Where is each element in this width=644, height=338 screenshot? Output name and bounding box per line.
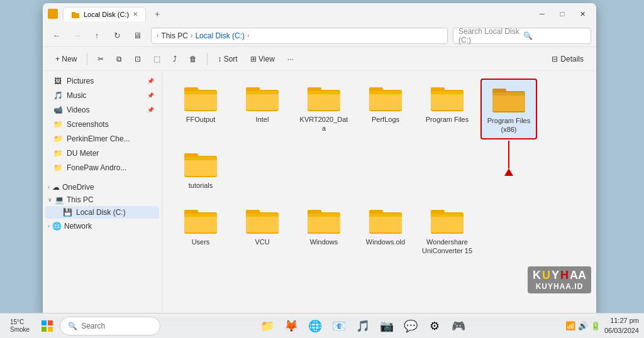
folder-icon: 📁	[53, 119, 63, 129]
sidebar-item-label: PerkinElmer Che...	[67, 134, 130, 143]
tab-close-btn[interactable]: ✕	[133, 11, 138, 18]
svg-rect-7	[184, 91, 217, 94]
sidebar-item-fonepaw[interactable]: 📁 FonePaw Andro...	[45, 161, 159, 175]
folder-icon	[491, 84, 526, 114]
file-item-kvrt[interactable]: KVRT2020_Data	[296, 79, 352, 139]
maximize-btn[interactable]: □	[553, 5, 571, 23]
svg-rect-19	[369, 91, 402, 94]
start-button[interactable]	[37, 316, 57, 336]
copy-btn[interactable]: ⧉	[111, 50, 127, 68]
add-tab-btn[interactable]: +	[151, 8, 164, 20]
view-btn[interactable]: ⊞ View	[245, 50, 280, 68]
sort-btn[interactable]: ↕ Sort	[213, 50, 242, 68]
sidebar-item-du-meter[interactable]: 📁 DU Meter	[45, 146, 159, 160]
file-item-perflogs[interactable]: PerfLogs	[357, 79, 414, 139]
chevron-right-icon: ›	[48, 184, 50, 190]
taskbar-search[interactable]: 🔍 Search	[60, 317, 160, 335]
file-row-2: Users VCU	[172, 201, 586, 259]
file-label: KVRT2020_Data	[298, 115, 350, 133]
new-btn[interactable]: + New	[50, 50, 82, 68]
svg-rect-1	[49, 11, 53, 13]
file-explorer-window: Local Disk (C:) ✕ + ─ □ ✕ ← → ↑ ↻ 🖥 › Th…	[43, 3, 596, 317]
close-btn[interactable]: ✕	[574, 5, 591, 23]
delete-btn[interactable]: 🗑	[184, 50, 202, 68]
sidebar-item-screenshots[interactable]: 📁 Screenshots	[45, 117, 159, 131]
clock-time: 11:27 pm	[604, 316, 639, 325]
minimize-btn[interactable]: ─	[533, 5, 551, 23]
battery-icon[interactable]: 🔋	[591, 321, 601, 330]
taskbar-app-1[interactable]: 🦊	[280, 315, 303, 337]
rename-btn[interactable]: ⬚	[148, 50, 165, 68]
window-tab[interactable]: Local Disk (C:) ✕	[63, 7, 146, 21]
folder-icon	[306, 205, 341, 235]
taskbar-app-6[interactable]: 💬	[399, 315, 422, 337]
more-btn[interactable]: ···	[282, 50, 299, 68]
folder-icon	[430, 205, 465, 235]
file-item-ffoutput[interactable]: FFOutput	[172, 79, 229, 139]
file-item-wondershare[interactable]: WondershareUniConverter 15	[419, 201, 475, 259]
breadcrumb-this-pc[interactable]: This PC	[161, 31, 188, 40]
folder-icon	[183, 148, 218, 178]
pin-icon: 📌	[147, 107, 154, 113]
wm-letter-k: K	[533, 269, 541, 282]
taskbar-clock[interactable]: 11:27 pm 06/03/2024	[604, 316, 639, 335]
breadcrumb[interactable]: › This PC › Local Disk (C:) ›	[151, 28, 448, 44]
cut-btn[interactable]: ✂	[92, 50, 109, 68]
back-btn[interactable]: ←	[48, 27, 65, 45]
up-btn[interactable]: ↑	[88, 27, 106, 45]
pin-icon: 📌	[147, 78, 154, 84]
file-label: WondershareUniConverter 15	[422, 237, 472, 256]
wm-letter-aa: AA	[570, 269, 586, 282]
file-item-vcu[interactable]: VCU	[234, 201, 291, 259]
taskbar-app-7[interactable]: ⚙	[423, 315, 446, 337]
sidebar-item-perkinelmer[interactable]: 📁 PerkinElmer Che...	[45, 132, 159, 146]
file-label: FFOutput	[186, 115, 215, 124]
folder-icon	[306, 82, 341, 112]
file-item-tutorials[interactable]: tutorials	[172, 144, 229, 194]
file-item-program-files-x86[interactable]: Program Files (x86)	[480, 79, 537, 139]
taskbar-app-4[interactable]: 🎵	[352, 315, 374, 337]
sidebar-item-music[interactable]: 🎵 Music 📌	[45, 89, 159, 102]
file-item-windows-old[interactable]: Windows.old	[357, 201, 414, 259]
taskbar-explorer-icon[interactable]: 📁	[256, 315, 279, 337]
file-label: Intel	[256, 115, 269, 124]
search-icon: 🔍	[523, 31, 586, 40]
sidebar-group-onedrive[interactable]: › ☁ OneDrive	[43, 180, 162, 193]
paste-btn[interactable]: ⊡	[130, 50, 146, 68]
refresh-btn[interactable]: ↻	[108, 27, 126, 45]
share-btn[interactable]: ⤴	[168, 50, 182, 68]
taskbar-app-3[interactable]: 📧	[328, 315, 350, 337]
sidebar-item-pictures[interactable]: 🖼 Pictures 📌	[45, 74, 159, 88]
taskbar-app-icons: 📁 🦊 🌐 📧 🎵 📷 💬 ⚙ 🎮	[163, 315, 563, 337]
file-label: VCU	[255, 237, 269, 246]
svg-rect-11	[246, 91, 279, 94]
taskbar-app-5[interactable]: 📷	[375, 315, 398, 337]
svg-rect-39	[246, 214, 279, 217]
monitor-btn[interactable]: 🖥	[128, 27, 146, 45]
svg-rect-15	[308, 91, 340, 94]
pc-icon: 💻	[55, 195, 64, 204]
pictures-icon: 🖼	[53, 76, 63, 86]
wifi-icon[interactable]: 📶	[565, 321, 575, 330]
sidebar-group-network[interactable]: › 🌐 Network	[43, 219, 162, 232]
file-item-intel[interactable]: Intel	[234, 79, 291, 139]
details-btn[interactable]: ⊟ Details	[547, 50, 589, 68]
breadcrumb-local-disk[interactable]: Local Disk (C:)	[195, 31, 245, 40]
file-item-windows[interactable]: Windows	[296, 201, 352, 259]
volume-icon[interactable]: 🔊	[578, 321, 588, 330]
forward-btn[interactable]: →	[68, 27, 86, 45]
annotation-arrow	[504, 141, 513, 176]
file-grid: FFOutput Intel	[162, 71, 596, 317]
file-item-users[interactable]: Users	[172, 201, 229, 259]
sidebar-item-videos[interactable]: 📹 Videos 📌	[45, 103, 159, 117]
search-icon: 🔍	[68, 322, 77, 330]
taskbar-app-2[interactable]: 🌐	[304, 315, 326, 337]
wm-letter-u: U	[542, 269, 550, 282]
taskbar-app-8[interactable]: 🎮	[447, 315, 470, 337]
file-item-program-files[interactable]: Program Files	[419, 79, 475, 139]
search-bar[interactable]: Search Local Disk (C:) 🔍	[453, 28, 591, 44]
svg-rect-23	[431, 91, 464, 94]
sidebar-subitem-local-disk[interactable]: 💾 Local Disk (C:)	[45, 206, 159, 219]
toolbar-separator-1	[87, 53, 87, 65]
sidebar-group-this-pc[interactable]: ∨ 💻 This PC	[43, 193, 162, 205]
